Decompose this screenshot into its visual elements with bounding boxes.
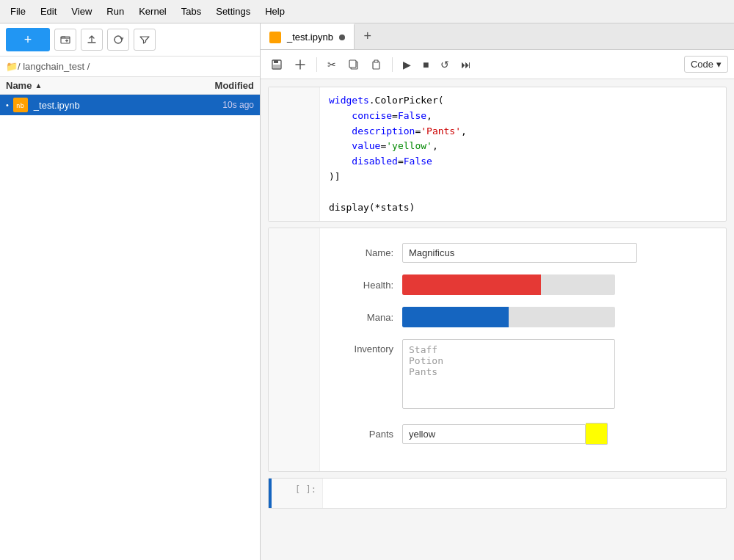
menu-tabs[interactable]: Tabs bbox=[174, 3, 208, 20]
color-picker-row bbox=[402, 423, 702, 445]
sidebar: + bbox=[0, 23, 261, 560]
svg-rect-7 bbox=[273, 65, 280, 68]
svg-text:nb: nb bbox=[16, 102, 24, 109]
new-tab-button[interactable]: + bbox=[355, 23, 381, 49]
folder-icon: 📁 bbox=[6, 61, 18, 72]
empty-prompt-text: [ ]: bbox=[295, 484, 316, 495]
upload-button[interactable] bbox=[81, 29, 103, 51]
empty-cell-gutter: [ ]: bbox=[269, 479, 726, 508]
name-input[interactable] bbox=[402, 243, 637, 263]
restart-button[interactable]: ↺ bbox=[436, 56, 454, 73]
new-file-button[interactable]: + bbox=[6, 28, 50, 51]
toolbar-sep-1 bbox=[316, 57, 317, 72]
menu-run[interactable]: Run bbox=[99, 3, 131, 20]
menu-bar: File Edit View Run Kernel Tabs Settings … bbox=[0, 0, 734, 23]
mana-label: Mana: bbox=[344, 312, 402, 323]
sidebar-header: Name ▲ Modified bbox=[0, 77, 260, 95]
run-button[interactable]: ▶ bbox=[399, 56, 415, 73]
inventory-control: Staff Potion Pants bbox=[402, 339, 702, 411]
mana-progress-bar bbox=[402, 307, 509, 327]
restart-run-button[interactable]: ⏭ bbox=[457, 56, 476, 73]
toolbar-sep-2 bbox=[392, 57, 393, 72]
notebook-tab-bar: _test.ipynb + bbox=[261, 23, 734, 50]
name-label: Name: bbox=[344, 247, 402, 258]
cut-button[interactable]: ✂ bbox=[323, 56, 341, 73]
cell-gutter: widgets.ColorPicker( concise=False, desc… bbox=[269, 87, 726, 221]
widget-area: Name: Health: bbox=[329, 234, 717, 465]
col-modified-header[interactable]: Modified bbox=[181, 80, 254, 91]
notebook-content: widgets.ColorPicker( concise=False, desc… bbox=[261, 79, 734, 560]
svg-rect-11 bbox=[349, 60, 356, 68]
menu-file[interactable]: File bbox=[3, 3, 33, 20]
code-block: widgets.ColorPicker( concise=False, desc… bbox=[329, 93, 717, 215]
col-name-header[interactable]: Name ▲ bbox=[6, 80, 181, 91]
code-cell: widgets.ColorPicker( concise=False, desc… bbox=[268, 87, 727, 222]
tab-unsaved-dot bbox=[339, 34, 345, 40]
cell-type-dropdown[interactable]: Code ▾ bbox=[684, 56, 728, 73]
add-cell-button[interactable] bbox=[290, 56, 310, 73]
cell-prompt bbox=[269, 87, 320, 221]
svg-rect-13 bbox=[374, 60, 378, 62]
inventory-textarea[interactable]: Staff Potion Pants bbox=[402, 339, 615, 409]
output-prompt bbox=[269, 228, 320, 471]
file-icon: nb bbox=[13, 98, 28, 112]
path-text: / langchain_test / bbox=[18, 61, 90, 72]
empty-cell-content[interactable] bbox=[323, 479, 726, 508]
main-layout: + bbox=[0, 23, 734, 560]
save-button[interactable] bbox=[266, 56, 287, 73]
pants-widget-row: Pants bbox=[344, 423, 702, 445]
new-folder-button[interactable] bbox=[54, 29, 76, 51]
health-widget-row: Health: bbox=[344, 274, 702, 295]
empty-cell-prompt: [ ]: bbox=[272, 479, 323, 508]
menu-edit[interactable]: Edit bbox=[33, 3, 64, 20]
sidebar-toolbar: + bbox=[0, 23, 260, 57]
name-widget-row: Name: bbox=[344, 243, 702, 263]
refresh-button[interactable] bbox=[107, 29, 129, 51]
output-gutter: Name: Health: bbox=[269, 228, 726, 471]
menu-view[interactable]: View bbox=[64, 3, 99, 20]
mana-widget-row: Mana: bbox=[344, 307, 702, 327]
svg-rect-0 bbox=[61, 37, 70, 43]
file-row[interactable]: • nb _test.ipynb 10s ago bbox=[0, 95, 260, 115]
output-cell: Name: Health: bbox=[268, 228, 727, 472]
health-progress-container bbox=[402, 274, 615, 295]
pants-control bbox=[402, 423, 702, 445]
health-label: Health: bbox=[344, 280, 402, 291]
cell-code-content[interactable]: widgets.ColorPicker( concise=False, desc… bbox=[320, 87, 726, 221]
output-content: Name: Health: bbox=[320, 228, 726, 471]
color-text-input[interactable] bbox=[402, 424, 586, 444]
mana-control bbox=[402, 307, 702, 327]
inventory-widget-row: Inventory Staff Potion Pants bbox=[344, 339, 702, 411]
pants-label: Pants bbox=[344, 429, 402, 440]
svg-rect-6 bbox=[274, 60, 278, 63]
paste-button[interactable] bbox=[366, 56, 386, 73]
filter-button[interactable] bbox=[134, 29, 156, 51]
copy-button[interactable] bbox=[344, 56, 363, 73]
menu-kernel[interactable]: Kernel bbox=[131, 3, 174, 20]
menu-help[interactable]: Help bbox=[258, 3, 292, 20]
notebook-toolbar: ✂ ▶ ■ ↺ ⏭ Code ▾ bbox=[261, 50, 734, 79]
sidebar-path: 📁 / langchain_test / bbox=[0, 57, 260, 77]
mana-progress-container bbox=[402, 307, 615, 327]
health-progress-bar bbox=[402, 274, 541, 295]
color-swatch[interactable] bbox=[586, 423, 608, 445]
health-control bbox=[402, 274, 702, 295]
name-control bbox=[402, 243, 702, 263]
notebook: _test.ipynb + ✂ bbox=[261, 23, 734, 560]
file-name: _test.ipynb bbox=[34, 100, 222, 111]
tab-label: _test.ipynb bbox=[287, 32, 333, 43]
stop-button[interactable]: ■ bbox=[418, 56, 433, 73]
file-modified-time: 10s ago bbox=[222, 100, 254, 110]
tab-file-icon bbox=[269, 32, 281, 43]
empty-cell: [ ]: bbox=[268, 478, 727, 509]
notebook-tab[interactable]: _test.ipynb bbox=[261, 23, 355, 49]
menu-settings[interactable]: Settings bbox=[208, 3, 258, 20]
inventory-label: Inventory bbox=[344, 339, 402, 354]
